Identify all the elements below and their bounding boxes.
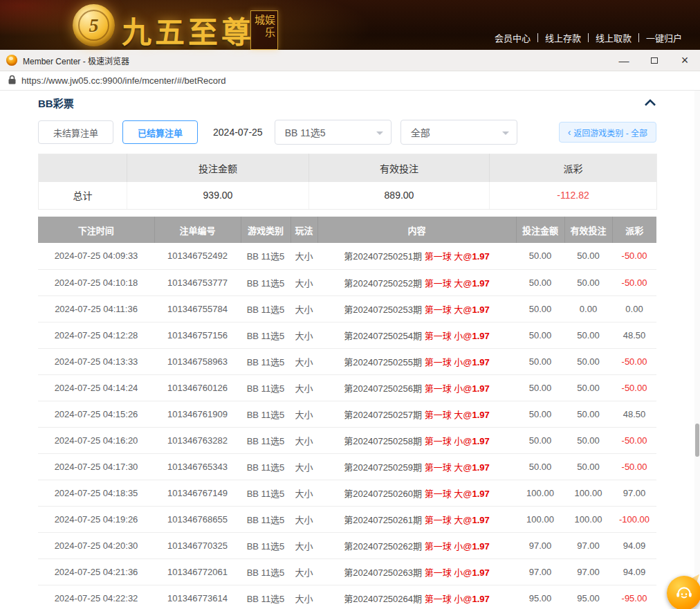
table-row: 2024-07-25 04:17:30101346765343BB 11选5大小… <box>38 453 656 480</box>
site-logo-badge: 娱乐城 <box>250 10 278 50</box>
cell-payout: -100.00 <box>612 506 656 532</box>
window-controls: — × <box>609 50 700 71</box>
cell-order-number: 101346755784 <box>154 296 241 322</box>
col-header-play: 玩法 <box>291 217 317 243</box>
chevron-left-icon: ‹ <box>568 127 571 137</box>
cell-content: 第202407250255期 第一球 小@1.97 <box>317 348 516 374</box>
cell-bet-amount: 50.00 <box>516 401 564 427</box>
cell-content: 第202407250262期 第一球 小@1.97 <box>317 532 516 558</box>
nav-online-withdraw[interactable]: 线上取款 <box>589 31 638 44</box>
summary-header-bet: 投注金额 <box>127 154 309 182</box>
col-header-time: 下注时间 <box>38 217 154 243</box>
table-row: 2024-07-25 04:14:24101346760126BB 11选5大小… <box>38 374 656 401</box>
content-period: 第202407250255期 <box>344 357 422 367</box>
content-period: 第202407250260期 <box>344 489 422 499</box>
cell-order-number: 101346760126 <box>154 374 241 401</box>
cell-play-type: 大小 <box>291 480 317 506</box>
cell-game-category: BB 11选5 <box>241 243 291 269</box>
summary-header-payout: 派彩 <box>490 154 657 182</box>
type-select-value: 全部 <box>411 125 430 139</box>
cell-payout: 48.50 <box>612 322 656 348</box>
content-period: 第202407250259期 <box>344 462 422 473</box>
cell-valid-bet: 50.00 <box>564 269 612 296</box>
table-row: 2024-07-25 04:09:33101346752492BB 11选5大小… <box>38 243 656 269</box>
cell-play-type: 大小 <box>291 348 317 374</box>
scrollbar-thumb[interactable] <box>695 424 699 457</box>
cell-play-type: 大小 <box>291 558 317 585</box>
content-pick: 第一球 小@1.97 <box>422 383 490 394</box>
cell-payout: 97.00 <box>612 480 656 506</box>
cell-play-type: 大小 <box>291 532 317 558</box>
content-pick: 第一球 大@1.97 <box>422 410 490 420</box>
cell-game-category: BB 11选5 <box>241 322 291 348</box>
content-odds: 1.97 <box>472 278 489 289</box>
cell-bet-time: 2024-07-25 04:10:18 <box>38 269 154 296</box>
nav-online-deposit[interactable]: 线上存款 <box>538 31 588 44</box>
cell-order-number: 101346752492 <box>154 243 241 269</box>
content-odds: 1.97 <box>472 541 489 552</box>
content-period: 第202407250261期 <box>344 515 422 525</box>
col-header-game: 游戏类别 <box>241 217 291 243</box>
content-period: 第202407250254期 <box>344 331 422 341</box>
cell-order-number: 101346757156 <box>154 322 241 348</box>
summary-header-blank <box>39 154 127 182</box>
filter-bar: 未结算注单 已结算注单 2024-07-25 BB 11选5 全部 ‹ 返回游戏… <box>38 120 656 145</box>
settled-orders-button[interactable]: 已结算注单 <box>122 120 198 144</box>
cell-content: 第202407250263期 第一球 小@1.97 <box>317 558 516 585</box>
cell-content: 第202407250258期 第一球 小@1.97 <box>317 427 516 453</box>
cell-play-type: 大小 <box>291 322 317 348</box>
lock-icon[interactable] <box>8 75 16 87</box>
col-header-content: 内容 <box>317 217 516 243</box>
cell-play-type: 大小 <box>291 374 317 401</box>
cell-game-category: BB 11选5 <box>241 480 291 506</box>
cell-play-type: 大小 <box>291 453 317 480</box>
cell-game-category: BB 11选5 <box>241 296 291 322</box>
back-to-game-category-button[interactable]: ‹ 返回游戏类别 - 全部 <box>559 122 656 143</box>
type-select[interactable]: 全部 <box>400 120 517 145</box>
cell-bet-amount: 50.00 <box>516 243 564 269</box>
cell-content: 第202407250254期 第一球 小@1.97 <box>317 322 516 348</box>
scrollbar-track[interactable] <box>694 91 700 609</box>
site-logo-text[interactable]: 九五至尊 <box>122 8 255 51</box>
cell-bet-amount: 50.00 <box>516 374 564 401</box>
table-row: 2024-07-25 04:13:33101346758963BB 11选5大小… <box>38 348 656 374</box>
cell-valid-bet: 50.00 <box>564 427 612 453</box>
table-row: 2024-07-25 04:16:20101346763282BB 11选5大小… <box>38 427 656 453</box>
cell-bet-time: 2024-07-25 04:13:33 <box>38 348 154 374</box>
cell-order-number: 101346767149 <box>154 480 241 506</box>
game-select[interactable]: BB 11选5 <box>275 120 392 145</box>
cell-payout: -50.00 <box>612 269 656 296</box>
cell-valid-bet: 50.00 <box>564 401 612 427</box>
close-button[interactable]: × <box>670 50 700 71</box>
content-period: 第202407250257期 <box>344 410 422 420</box>
cell-payout: 0.00 <box>612 296 656 322</box>
content-period: 第202407250258期 <box>344 436 422 446</box>
cell-bet-amount: 50.00 <box>516 322 564 348</box>
table-row: 2024-07-25 04:10:18101346753777BB 11选5大小… <box>38 269 656 296</box>
cell-bet-amount: 100.00 <box>516 480 564 506</box>
site-logo-coin-icon[interactable]: 5 <box>73 4 115 46</box>
summary-total-payout: -112.82 <box>490 182 657 210</box>
table-row: 2024-07-25 04:12:28101346757156BB 11选5大小… <box>38 322 656 348</box>
summary-table: 投注金额 有效投注 派彩 总计 939.00 889.00 -112.82 <box>38 154 657 210</box>
customer-service-widget[interactable] <box>665 574 700 609</box>
minimize-button[interactable]: — <box>609 50 639 71</box>
table-row: 2024-07-25 04:22:32101346773614BB 11选5大小… <box>38 585 656 609</box>
date-picker[interactable]: 2024-07-25 <box>213 127 263 138</box>
table-row: 2024-07-25 04:11:36101346755784BB 11选5大小… <box>38 296 656 322</box>
content-odds: 1.97 <box>472 304 489 315</box>
chevron-up-icon[interactable] <box>644 98 656 107</box>
cell-order-number: 101346761909 <box>154 401 241 427</box>
cell-play-type: 大小 <box>291 506 317 532</box>
unsettled-orders-button[interactable]: 未结算注单 <box>38 120 113 144</box>
url-text[interactable]: https://www.jw05.cc:9900/infe/mcenter/#/… <box>21 75 226 86</box>
nav-member-center[interactable]: 会员中心 <box>488 31 537 44</box>
maximize-button[interactable] <box>639 50 670 71</box>
cell-bet-amount: 100.00 <box>516 506 564 532</box>
url-bar: https://www.jw05.cc:9900/infe/mcenter/#/… <box>0 71 700 91</box>
close-icon: × <box>681 54 689 66</box>
cell-play-type: 大小 <box>291 401 317 427</box>
nav-one-key-transfer[interactable]: 一键归户 <box>639 31 689 44</box>
cell-game-category: BB 11选5 <box>241 585 291 609</box>
cell-game-category: BB 11选5 <box>241 453 291 480</box>
